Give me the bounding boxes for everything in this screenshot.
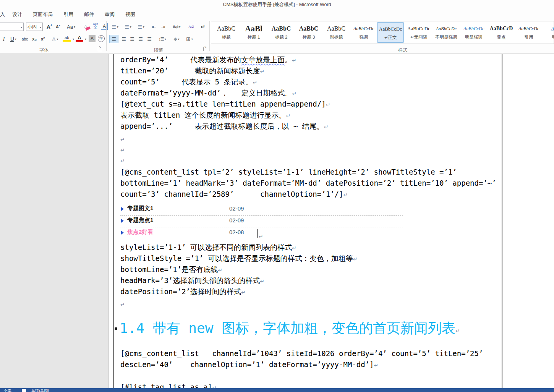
group-divider xyxy=(106,21,107,51)
titlebar: CMS模板置标使用手册 [兼容模式] - Microsoft Word xyxy=(0,0,554,10)
tab-insert-partial[interactable]: 入 xyxy=(0,10,7,19)
group-divider xyxy=(209,21,210,51)
style-item-intense-emphasis[interactable]: AaBbCcDc明显强调 xyxy=(460,22,487,43)
window-title: CMS模板置标使用手册 [兼容模式] - Microsoft Word xyxy=(223,2,331,7)
align-right-button[interactable] xyxy=(128,35,136,43)
doc-line: dateFormat=’yyyy-MM-dd’， 定义日期格式。↵ xyxy=(120,88,296,98)
doc-line: count=’5’ 代表显示 5 条记录。↵ xyxy=(120,77,257,87)
show-hide-marks-button[interactable] xyxy=(199,23,207,31)
style-item-subtitle[interactable]: AaBbC副标题 xyxy=(323,22,350,43)
line-spacing-button[interactable] xyxy=(157,35,168,43)
empty-paragraph-mark: ↵ xyxy=(120,147,125,153)
style-item-no-spacing[interactable]: AaBbCcDc↵无间隔 xyxy=(405,22,432,43)
paragraph-mark: ↵ xyxy=(292,57,296,63)
doc-line: 表示截取 titLen 这个长度的新闻标题进行显示。↵ xyxy=(120,110,290,120)
status-bar[interactable]: 个字 英语(美国) xyxy=(0,388,554,392)
table-border-right xyxy=(502,54,502,388)
doc-code-line: [@cms_content_list channelId=’1043’ site… xyxy=(120,349,483,358)
empty-paragraph-mark: ↵ xyxy=(120,136,125,143)
paragraph-dialog-launcher-icon[interactable] xyxy=(203,47,207,51)
tab-page-layout[interactable]: 页面布局 xyxy=(28,10,58,19)
news-row: 专题焦点1 02-09 xyxy=(120,215,403,227)
style-item-title[interactable]: AaBbC标题 xyxy=(213,22,240,43)
chevron-down-icon[interactable] xyxy=(38,24,41,29)
chevron-down-icon[interactable] xyxy=(19,24,22,29)
strikethrough-button[interactable] xyxy=(20,35,30,43)
text-cursor xyxy=(257,229,258,238)
font-size-combo[interactable]: 小四 xyxy=(26,23,43,31)
change-case-button[interactable] xyxy=(65,23,77,31)
tab-view[interactable]: 视图 xyxy=(120,10,141,19)
styles-group-label: 样式 xyxy=(398,47,407,53)
font-color-dropdown[interactable] xyxy=(83,35,87,43)
style-item-quote[interactable]: AaBbCcDc引用 xyxy=(515,22,542,43)
text-effects-button[interactable] xyxy=(50,35,60,43)
style-item-subtle-emphasis[interactable]: AaBbCcDc不明显强调 xyxy=(433,22,460,43)
asian-layout-button[interactable] xyxy=(170,23,183,31)
table-border-left xyxy=(113,54,114,388)
style-item-heading2[interactable]: AaBbC标题 2 xyxy=(268,22,295,43)
styles-gallery: AaBbC标题 AaBl标题 1 AaBbC标题 2 AaBbC标题 3 AaB… xyxy=(211,21,554,44)
style-item-heading1[interactable]: AaBl标题 1 xyxy=(240,22,267,43)
language-status[interactable]: 英语(美国) xyxy=(31,389,49,392)
clear-formatting-button[interactable] xyxy=(81,23,90,31)
news-title: 专题焦点1 xyxy=(127,217,153,224)
style-item-heading3[interactable]: AaBbC标题 3 xyxy=(295,22,322,43)
paragraph-mark: ↵ xyxy=(259,233,263,240)
style-item-emphasis[interactable]: AaBbCcDc强调 xyxy=(350,22,377,43)
underline-button[interactable] xyxy=(8,35,18,43)
doc-line: append=’...’ 表示超过截取标题长度后，以 ⋯ 结尾。↵ xyxy=(120,121,329,131)
doc-code-line: descLen=’40’ channelOption=’1’ dateForma… xyxy=(120,360,378,370)
font-color-button[interactable] xyxy=(76,35,83,42)
proofing-status-icon[interactable] xyxy=(22,389,26,392)
sort-button[interactable] xyxy=(186,23,196,31)
italic-button[interactable] xyxy=(1,35,7,43)
grow-font-button[interactable] xyxy=(45,23,53,31)
highlight-color-button[interactable] xyxy=(63,35,71,42)
empty-paragraph-mark: ↵ xyxy=(120,158,125,164)
enclose-characters-button[interactable] xyxy=(98,35,105,42)
align-left-button[interactable] xyxy=(109,35,118,43)
empty-paragraph-mark: ↵ xyxy=(120,301,125,308)
spellcheck-wavy-text: 文章放最上面 xyxy=(241,55,285,64)
font-name-combo[interactable] xyxy=(0,23,24,31)
news-date: 02-08 xyxy=(229,229,244,235)
doc-code-line: count=’3’ channelId=’2589’ channelOption… xyxy=(120,190,348,199)
doc-line: showTitleStyle =’1’ 可以选择是否显示标题的样式：变色，加粗等… xyxy=(120,254,358,264)
shrink-font-button[interactable] xyxy=(54,23,62,31)
style-item-intense-quote[interactable]: AaBb明显 xyxy=(543,22,554,43)
justify-button[interactable] xyxy=(137,35,144,43)
decrease-indent-button[interactable] xyxy=(150,23,158,31)
word-count-partial[interactable]: 个字 xyxy=(4,389,11,392)
tab-review[interactable]: 审阅 xyxy=(99,10,120,19)
doc-line: [@text_cut s=a.title len=titLen append=a… xyxy=(120,99,330,109)
distribute-button[interactable] xyxy=(145,35,154,43)
shading-button[interactable] xyxy=(171,35,182,43)
section-heading: 1.4 带有 new 图标，字体加粗，变色的首页新闻列表↵ xyxy=(120,319,460,338)
character-shading-button[interactable] xyxy=(89,35,96,42)
tab-references[interactable]: 引用 xyxy=(58,10,79,19)
document-page[interactable]: orderBy=’4’ 代表最新发布的文章放最上面。↵ titLen=’20’ … xyxy=(109,54,554,388)
doc-code-line: [@cms_content_list tpl=’2’ styleList=’1-… xyxy=(120,167,457,177)
doc-line: styleList=’1-1’ 可以选择不同的新闻列表的样式↵ xyxy=(120,243,296,253)
tab-design[interactable]: 设计 xyxy=(7,10,28,19)
increase-indent-button[interactable] xyxy=(159,23,167,31)
tab-mailings[interactable]: 邮件 xyxy=(79,10,99,19)
doc-line: bottomLine=’1’是否有底线↵ xyxy=(120,265,222,275)
arrow-bullet-icon xyxy=(121,231,124,235)
borders-button[interactable] xyxy=(184,35,195,43)
phonetic-guide-button[interactable]: wén 文 xyxy=(91,22,100,30)
font-dialog-launcher-icon[interactable] xyxy=(98,47,102,51)
highlight-color-dropdown[interactable] xyxy=(71,35,75,43)
character-border-button[interactable] xyxy=(101,23,108,30)
style-item-strong[interactable]: AaBbCcD要点 xyxy=(488,22,515,43)
news-title: 焦点2好看 xyxy=(127,228,153,236)
ribbon: 小四 wén 文 字体 xyxy=(0,19,554,54)
align-center-button[interactable] xyxy=(120,35,128,43)
bullets-button[interactable] xyxy=(109,23,121,31)
style-item-normal[interactable]: AaBbCcDc↵正文 xyxy=(377,22,404,43)
numbering-button[interactable] xyxy=(122,23,134,31)
multilevel-list-button[interactable] xyxy=(135,23,147,31)
superscript-button[interactable] xyxy=(39,35,47,43)
subscript-button[interactable] xyxy=(31,35,38,43)
